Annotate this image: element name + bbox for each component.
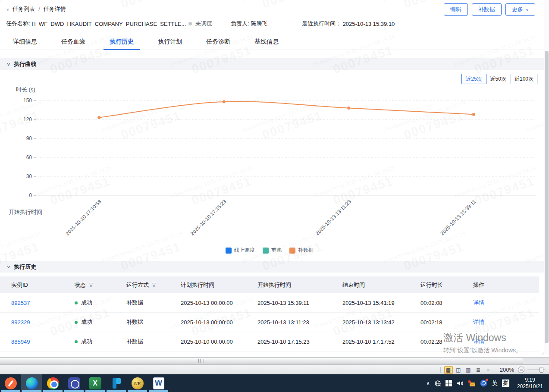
range-button-last25[interactable]: 近25次 [461,74,486,84]
owner: 负责人: 陈腾飞 [231,20,267,28]
ime-mode-indicator[interactable]: 拼 [502,379,509,387]
status-text: 成功 [81,319,92,325]
watermark-user-time: zhujianzhong 2025-10-21 09:18:24 [0,99,42,134]
back-chevron-icon[interactable]: ‹ [7,6,9,13]
legend-item-线上调度[interactable]: 线上调度 [226,247,255,254]
draft-view-icon[interactable]: ≡ [484,366,493,374]
breadcrumb: ‹ 任务列表 / 任务详情 [7,5,66,13]
running-indicator [22,390,41,392]
taskbar-app-ultraedit[interactable]: UE [127,374,148,392]
taskbar-app-edge[interactable] [21,374,42,392]
volume-icon[interactable] [456,380,464,387]
instance-id-link[interactable]: 892537 [11,300,30,306]
horizontal-scrollbar[interactable] [0,354,549,365]
instance-id-link[interactable]: 885949 [11,339,30,345]
mail-icon[interactable] [468,380,476,387]
taskbar-app-annotate[interactable] [0,374,21,392]
section-execution-curve[interactable]: ∨ 执行曲线 [0,58,544,70]
zoom-out-button[interactable] [518,367,524,373]
outline-view-icon[interactable]: ≣ [474,366,483,374]
cell-run-mode: 补数据 [126,338,181,345]
task-name-label: 任务名称: [6,20,30,28]
watermark: zhujianzhong 2025-10-21 09:18:2400079451 [99,0,188,17]
status-bar-right: ▤◫▥≣≡ 200% [440,365,546,374]
watermark: zhujianzhong 2025-10-21 09:18:2400079451 [241,0,330,17]
horizontal-scrollbar-track[interactable] [0,357,549,365]
data-point[interactable] [97,116,100,119]
vertical-scrollbar-thumb[interactable] [545,51,549,343]
watermark: zhujianzhong 2025-10-21 09:18:2400079451 [28,164,118,214]
running-indicator [149,390,168,392]
column-label: 实例ID [11,281,28,289]
zoom-slider[interactable] [527,370,546,370]
last-run-time: 最近执行时间： 2025-10-13 15:39:10 [302,20,395,28]
taskbar-app-word[interactable]: W [148,374,169,392]
vertical-scrollbar[interactable] [544,0,549,354]
section-execution-history[interactable]: ∨ 执行历史 [0,261,544,273]
breadcrumb-task-list[interactable]: 任务列表 [13,5,35,13]
data-point[interactable] [472,113,475,116]
taskbar-app-excel[interactable]: X [85,374,106,392]
task-detail-page: ‹ 任务列表 / 任务详情 编辑 补数据 更多 ∨ 任务名称: H_WF_DWD… [0,0,544,354]
horizontal-scrollbar-thumb[interactable] [0,358,523,364]
docs-app-icon [110,377,122,389]
windows-logo-icon[interactable] [445,380,452,386]
taskbar-app-chat[interactable] [63,374,85,392]
data-point[interactable] [223,100,226,103]
table-header-row: 实例ID状态运行方式计划执行时间开始执行时间结束时间运行时长操作 [0,276,539,293]
detail-link[interactable]: 详情 [473,319,484,325]
range-button-last50[interactable]: 近50次 [486,74,511,84]
edit-button[interactable]: 编辑 [444,3,468,16]
cell-run-mode: 补数据 [126,318,181,326]
watermark-user-time: zhujianzhong 2025-10-21 09:18:24 [99,0,183,2]
success-dot-icon [75,340,78,343]
collapse-icon: ∨ [6,62,11,66]
column-label: 状态 [75,281,86,289]
legend-item-补数据[interactable]: 补数据 [289,247,314,254]
watermark: zhujianzhong 2025-10-21 09:18:2400079451 [524,98,544,148]
filter-icon[interactable] [88,282,94,288]
status-text: 成功 [81,299,92,306]
tab-bar: 详细信息任务血缘执行历史执行计划任务诊断基线信息 [0,34,544,50]
instance-id-link[interactable]: 892329 [11,319,30,326]
watermark: zhujianzhong 2025-10-21 09:18:2400079451 [99,98,188,148]
watermark-user-time: zhujianzhong 2025-10-21 09:18:24 [311,165,395,199]
watermark-id: 00079451 [331,172,401,208]
owner-label: 负责人: [231,20,249,28]
tab-history[interactable]: 执行历史 [110,34,134,50]
taskbar-app-docs[interactable] [106,374,127,392]
tab-diagnosis[interactable]: 任务诊断 [206,34,230,50]
svg-text:0: 0 [29,192,32,198]
taskbar-app-chrome[interactable] [42,374,63,392]
tab-details[interactable]: 详细信息 [13,34,37,50]
backfill-button[interactable]: 补数据 [472,3,502,16]
detail-link[interactable]: 详情 [473,299,484,306]
owner-value: 陈腾飞 [251,20,267,28]
tab-plan[interactable]: 执行计划 [158,34,182,50]
ime-language-indicator[interactable]: 英 [492,379,498,387]
status-bar-separator [440,367,441,373]
column-label: 运行时长 [420,281,443,289]
data-point[interactable] [347,107,350,110]
print-layout-view-icon[interactable]: ▤ [444,366,453,374]
network-icon[interactable] [434,380,441,387]
watermark: zhujianzhong 2025-10-21 09:18:2400079451 [241,98,330,148]
table-row: 885949成功补数据2025-10-10 00:00:002025-10-10… [0,332,539,351]
zoom-level[interactable]: 200% [500,367,514,373]
legend-swatch-icon [263,248,269,254]
tray-chevron-up-icon[interactable]: ∧ [426,380,430,386]
range-button-last100[interactable]: 近100次 [510,74,538,84]
tab-baseline[interactable]: 基线信息 [254,34,279,50]
zoom-slider-handle[interactable] [540,367,543,373]
filter-icon[interactable] [151,282,157,288]
messenger-icon[interactable] [480,379,487,387]
web-layout-view-icon[interactable]: ▥ [464,366,473,374]
full-screen-reading-view-icon[interactable]: ◫ [454,366,463,374]
detail-link[interactable]: 详情 [473,338,484,345]
tab-lineage[interactable]: 任务血缘 [61,34,85,50]
more-button[interactable]: 更多 ∨ [505,3,535,16]
app-icon-glyph: X [93,379,97,387]
taskbar-clock[interactable]: 9:19 2025/10/21 [514,377,546,390]
cell-action: 详情 [473,299,539,307]
legend-item-重跑[interactable]: 重跑 [263,247,282,254]
